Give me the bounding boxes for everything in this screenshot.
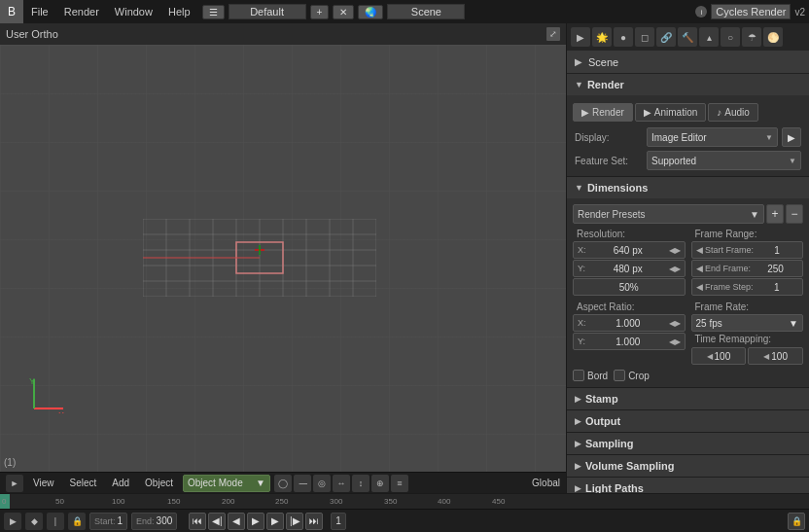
prev-frame-btn[interactable]: ◀ xyxy=(228,513,245,530)
end-frame-field[interactable]: ◀ End Frame: 250 xyxy=(691,260,804,277)
menu-file[interactable]: File xyxy=(23,0,56,23)
lock-icon[interactable]: 🔒 xyxy=(68,513,86,530)
frame-counter[interactable]: 1 xyxy=(335,515,341,526)
volume-sampling-section-header[interactable]: ▶ Volume Sampling xyxy=(567,455,809,477)
frame-step-field[interactable]: ◀ Frame Step: 1 xyxy=(691,278,804,296)
workspace-area: ☰ Default + ✕ 🌏 Scene xyxy=(202,4,466,19)
snap-icon[interactable]: ⸻ xyxy=(294,475,311,492)
material-icon[interactable]: ○ xyxy=(721,27,740,47)
bord-crop-row: Bord Crop xyxy=(567,368,809,383)
render-section-header[interactable]: ▼ Render xyxy=(567,74,809,95)
display-select[interactable]: Image Editor ▼ xyxy=(647,127,778,147)
proportional-edit-icon[interactable]: ◎ xyxy=(313,475,331,492)
res-x-field[interactable]: X: 640 px ◀▶ xyxy=(573,241,686,259)
presets-select[interactable]: Render Presets ▼ xyxy=(573,204,764,224)
menu-render[interactable]: Render xyxy=(56,0,107,23)
bord-checkbox[interactable] xyxy=(573,370,584,381)
scene-label[interactable]: Scene xyxy=(387,4,465,19)
modifier-icon[interactable]: 🔨 xyxy=(678,27,697,47)
aspect-x-field[interactable]: X: 1.000 ◀▶ xyxy=(573,314,686,332)
timeline-type-icon[interactable]: ▶ xyxy=(4,513,21,530)
object-mode-select[interactable]: Object Mode ▼ xyxy=(183,475,270,492)
audio-icon: ♪ xyxy=(717,107,721,118)
physics-icon[interactable]: 🌕 xyxy=(763,27,783,47)
object-icon[interactable]: ◻ xyxy=(635,27,654,47)
transform-icon[interactable]: ↔ xyxy=(333,475,350,492)
end-lock-btn[interactable]: 🔒 xyxy=(788,513,805,530)
start-field-val[interactable]: 1 xyxy=(118,515,123,526)
menu-help[interactable]: Help xyxy=(160,0,198,23)
crop-label: Crop xyxy=(628,371,650,381)
dimensions-section-header[interactable]: ▼ Dimensions xyxy=(567,177,809,198)
render-icon[interactable]: ▶ xyxy=(571,27,590,47)
x-screen-btn[interactable]: ✕ xyxy=(333,5,354,19)
light-paths-section-title: Light Paths xyxy=(585,482,644,493)
viewport-footer: ► View Select Add Object Object Mode ▼ ◯… xyxy=(0,472,566,493)
menu-window[interactable]: Window xyxy=(107,0,160,23)
screen-mode-btn[interactable]: ☰ xyxy=(202,5,225,19)
workspace-label[interactable]: Default xyxy=(229,4,306,19)
res-y-field[interactable]: Y: 480 px ◀▶ xyxy=(573,260,686,277)
scene-props-icon[interactable]: 🌟 xyxy=(592,27,612,47)
remap-old-field[interactable]: ◀ 100 xyxy=(691,347,747,365)
top-bar: B File Render Window Help ☰ Default + ✕ … xyxy=(0,0,809,23)
feature-select[interactable]: Supported ▼ xyxy=(647,151,801,170)
preset-remove-btn[interactable]: − xyxy=(786,204,803,224)
output-section-header[interactable]: ▶ Output xyxy=(567,410,809,432)
keyframe-icon[interactable]: ◆ xyxy=(25,513,43,530)
end-field-val[interactable]: 300 xyxy=(157,515,173,526)
jump-end-btn[interactable]: ⏭ xyxy=(305,513,323,530)
remap-new-field[interactable]: ◀ 100 xyxy=(748,347,803,365)
play-btn[interactable]: ▶ xyxy=(247,513,264,530)
frame-range-col: Frame Range: ◀ Start Frame: 1 ◀ End Fram… xyxy=(691,228,804,297)
viewport: User Ortho ⤢ xyxy=(0,23,566,493)
stamp-section-header[interactable]: ▶ Stamp xyxy=(567,388,809,409)
scene-name: Scene xyxy=(588,56,618,68)
object-menu[interactable]: Object xyxy=(139,475,179,492)
add-screen-btn[interactable]: + xyxy=(310,5,330,19)
data-icon[interactable]: ▴ xyxy=(699,27,719,47)
layer-icon[interactable]: ≡ xyxy=(391,475,408,492)
next-keyframe-btn[interactable]: |▶ xyxy=(286,513,303,530)
next-frame-btn[interactable]: ▶ xyxy=(266,513,284,530)
engine-select[interactable]: Cycles Render xyxy=(711,4,791,19)
orient-icon[interactable]: ↕ xyxy=(352,475,369,492)
start-frame-field[interactable]: ◀ Start Frame: 1 xyxy=(691,241,804,259)
viewport-shading-icon[interactable]: ◯ xyxy=(274,475,292,492)
marker-icon[interactable]: | xyxy=(47,513,64,530)
manipulator-icon[interactable]: ⊕ xyxy=(371,475,389,492)
scene-icon-btn[interactable]: 🌏 xyxy=(358,5,383,19)
aspect-y-field[interactable]: Y: 1.000 ◀▶ xyxy=(573,333,686,350)
sampling-section-header[interactable]: ▶ Sampling xyxy=(567,433,809,454)
prev-keyframe-btn[interactable]: ◀| xyxy=(208,513,226,530)
jump-start-btn[interactable]: ⏮ xyxy=(189,513,206,530)
viewport-title: User Ortho xyxy=(6,28,58,40)
particles-icon[interactable]: ☂ xyxy=(742,27,761,47)
fps-select[interactable]: 25 fps ▼ xyxy=(691,314,804,332)
timeline-ruler[interactable]: 0 50 100 150 200 250 300 350 400 450 xyxy=(0,493,809,509)
render-tab-audio[interactable]: ♪ Audio xyxy=(708,103,758,122)
crop-checkbox[interactable] xyxy=(614,370,625,381)
constraint-icon[interactable]: 🔗 xyxy=(656,27,676,47)
view-type-icon[interactable]: ► xyxy=(6,475,23,492)
blender-icon[interactable]: B xyxy=(0,0,23,23)
svg-text:X: X xyxy=(58,410,64,413)
display-icon-btn[interactable]: ▶ xyxy=(782,127,801,147)
add-menu[interactable]: Add xyxy=(106,475,135,492)
end-field: End: 300 xyxy=(131,513,177,530)
render-tab-animation[interactable]: ▶ Animation xyxy=(635,103,706,122)
panel-header-icons: ▶ 🌟 ● ◻ 🔗 🔨 ▴ ○ ☂ 🌕 xyxy=(567,23,809,51)
viewport-canvas[interactable]: X Y (1) xyxy=(0,45,566,472)
render-tab-render[interactable]: ▶ Render xyxy=(573,103,633,122)
preset-add-btn[interactable]: + xyxy=(766,204,784,224)
ruler-mark-350: 350 xyxy=(384,497,397,506)
maximize-icon[interactable]: ⤢ xyxy=(546,27,560,41)
res-frame-row: Resolution: X: 640 px ◀▶ Y: 480 px ◀▶ xyxy=(567,226,809,299)
light-paths-section-header[interactable]: ▶ Light Paths xyxy=(567,478,809,493)
stamp-section: ▶ Stamp xyxy=(567,388,809,410)
info-icon: i xyxy=(695,6,707,18)
world-icon[interactable]: ● xyxy=(614,27,633,47)
view-menu[interactable]: View xyxy=(27,475,60,492)
pct-field[interactable]: 50% xyxy=(573,278,686,296)
select-menu[interactable]: Select xyxy=(64,475,103,492)
